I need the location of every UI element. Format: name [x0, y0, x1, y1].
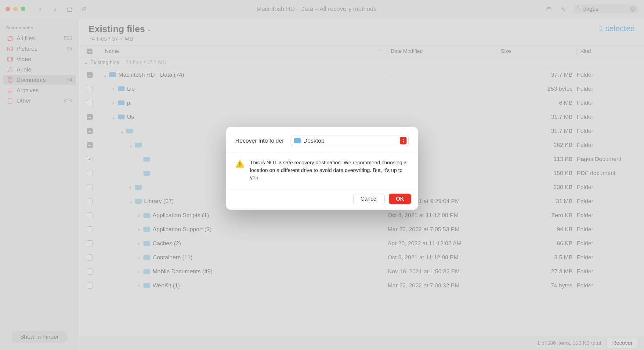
folder-icon: [294, 138, 301, 143]
svg-rect-27: [240, 162, 241, 165]
dialog-label: Recover into folder: [235, 137, 284, 144]
destination-folder-name: Desktop: [303, 137, 324, 144]
cancel-button[interactable]: Cancel: [353, 194, 385, 204]
svg-rect-28: [240, 166, 241, 166]
updown-stepper-icon: ▲▼: [400, 137, 407, 144]
warning-icon: [235, 159, 244, 168]
destination-folder-select[interactable]: Desktop ▲▼: [291, 136, 409, 146]
ok-button[interactable]: OK: [389, 194, 411, 204]
recover-destination-dialog: Recover into folder Desktop ▲▼ This is N…: [226, 127, 418, 210]
warning-text: This is NOT a safe recovery destination.…: [250, 159, 409, 182]
